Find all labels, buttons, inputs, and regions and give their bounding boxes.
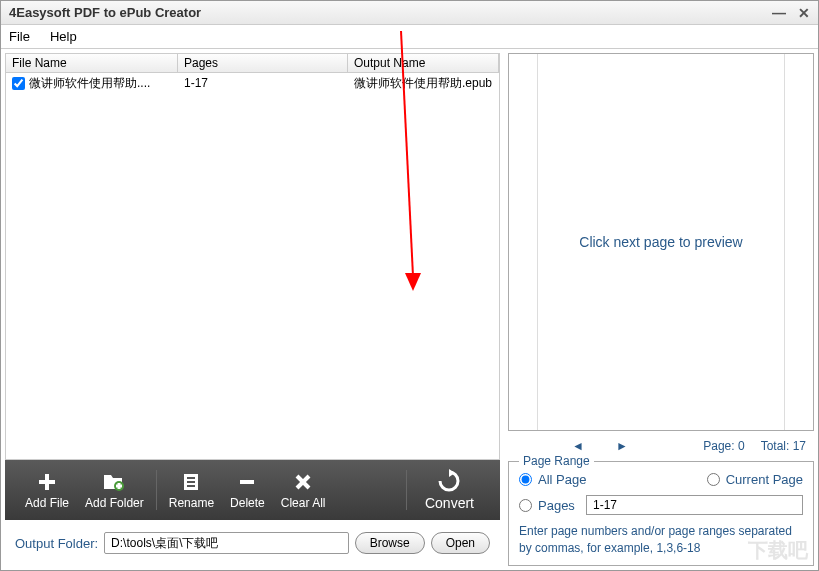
total-label: Total: 17 [761, 439, 806, 453]
current-page-radio[interactable] [707, 473, 720, 486]
row-pages: 1-17 [178, 74, 348, 92]
browse-button[interactable]: Browse [355, 532, 425, 554]
pages-label: Pages [538, 498, 580, 513]
col-output-name[interactable]: Output Name [348, 54, 499, 72]
menu-file[interactable]: File [9, 29, 30, 44]
output-bar: Output Folder: Browse Open [5, 520, 500, 566]
convert-icon [437, 469, 461, 493]
svg-rect-9 [187, 481, 195, 483]
col-pages[interactable]: Pages [178, 54, 348, 72]
all-page-label: All Page [538, 472, 586, 487]
close-icon[interactable]: ✕ [798, 5, 810, 21]
table-header: File Name Pages Output Name [5, 53, 500, 73]
toolbar: Add File Add Folder Rename [5, 460, 500, 520]
minimize-icon[interactable]: — [772, 5, 786, 21]
rename-icon [179, 470, 203, 494]
open-button[interactable]: Open [431, 532, 490, 554]
svg-rect-11 [240, 480, 254, 484]
pages-range-input[interactable] [586, 495, 803, 515]
minus-icon [235, 470, 259, 494]
current-page-label: Current Page [726, 472, 803, 487]
table-row[interactable]: 微讲师软件使用帮助.... 1-17 微讲师软件使用帮助.epub [6, 73, 499, 93]
toolbar-separator [156, 470, 157, 510]
preview-page[interactable]: Click next page to preview [537, 54, 785, 430]
annotation-arrow-icon [391, 73, 431, 301]
page-range-hint: Enter page numbers and/or page ranges se… [519, 523, 803, 557]
table-body: 微讲师软件使用帮助.... 1-17 微讲师软件使用帮助.epub [5, 73, 500, 460]
svg-marker-1 [405, 273, 421, 291]
menubar: File Help [1, 25, 818, 49]
pages-radio[interactable] [519, 499, 532, 512]
svg-rect-6 [116, 485, 122, 488]
folder-plus-icon [102, 470, 126, 494]
page-label: Page: 0 [703, 439, 744, 453]
output-folder-label: Output Folder: [15, 536, 98, 551]
titlebar: 4Easysoft PDF to ePub Creator — ✕ [1, 1, 818, 25]
app-window: 4Easysoft PDF to ePub Creator — ✕ File H… [0, 0, 819, 571]
row-checkbox[interactable] [12, 77, 25, 90]
prev-page-icon[interactable]: ◄ [566, 439, 590, 453]
svg-line-0 [401, 73, 413, 276]
page-range-group: Page Range All Page Current Page Pages E… [508, 461, 814, 566]
right-panel: Click next page to preview ◄ ► Page: 0 T… [508, 53, 814, 566]
preview-area: Click next page to preview [508, 53, 814, 431]
plus-icon [35, 470, 59, 494]
svg-rect-8 [187, 477, 195, 479]
toolbar-separator [406, 470, 407, 510]
convert-button[interactable]: Convert [411, 469, 488, 511]
col-file-name[interactable]: File Name [6, 54, 178, 72]
menu-help[interactable]: Help [50, 29, 77, 44]
svg-rect-10 [187, 485, 195, 487]
clear-all-button[interactable]: Clear All [273, 470, 334, 510]
add-file-button[interactable]: Add File [17, 470, 77, 510]
page-range-legend: Page Range [519, 454, 594, 468]
rename-button[interactable]: Rename [161, 470, 222, 510]
svg-marker-14 [449, 469, 455, 477]
delete-button[interactable]: Delete [222, 470, 273, 510]
all-page-radio[interactable] [519, 473, 532, 486]
row-file-name: 微讲师软件使用帮助.... [29, 75, 150, 92]
window-title: 4Easysoft PDF to ePub Creator [9, 5, 201, 20]
add-folder-button[interactable]: Add Folder [77, 470, 152, 510]
next-page-icon[interactable]: ► [610, 439, 634, 453]
x-icon [291, 470, 315, 494]
preview-nav: ◄ ► Page: 0 Total: 17 [508, 437, 814, 455]
preview-message: Click next page to preview [579, 234, 742, 250]
left-panel: File Name Pages Output Name 微讲师软件使用帮助...… [5, 53, 500, 566]
output-folder-input[interactable] [104, 532, 349, 554]
svg-rect-3 [39, 480, 55, 484]
row-output: 微讲师软件使用帮助.epub [348, 73, 499, 94]
